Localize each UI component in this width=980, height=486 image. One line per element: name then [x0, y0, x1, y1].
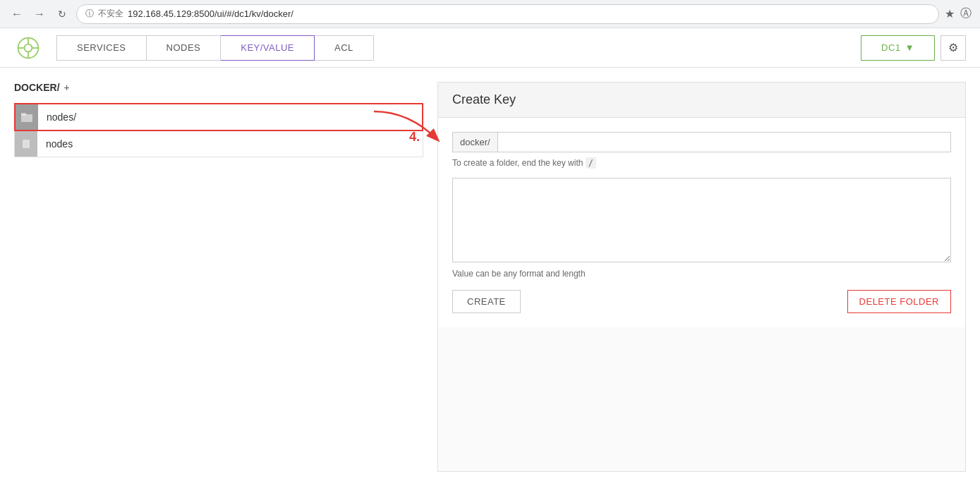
address-bar[interactable]: ⓘ 不安全 192.168.45.129:8500/ui/#/dc1/kv/do… — [76, 4, 939, 24]
main-content: DOCKER/ + nodes/ — [0, 68, 980, 486]
list-item-label: nodes — [37, 133, 81, 155]
action-row: CREATE DELETE FOLDER — [452, 290, 951, 313]
breadcrumb: DOCKER/ + — [14, 82, 423, 93]
app-logo — [14, 34, 42, 62]
list-item[interactable]: nodes — [14, 131, 423, 157]
lock-icon: ⓘ — [85, 8, 94, 20]
refresh-button[interactable]: ↻ — [54, 6, 71, 23]
value-textarea[interactable] — [452, 178, 951, 262]
right-panel: Create Key docker/ To create a folder, e… — [437, 82, 966, 472]
back-button[interactable]: ← — [8, 6, 25, 23]
security-label: 不安全 — [98, 8, 123, 20]
key-input-row: docker/ — [452, 132, 951, 152]
account-icon[interactable]: Ⓐ — [960, 6, 972, 21]
forward-button[interactable]: → — [31, 6, 48, 23]
url-text: 192.168.45.129:8500/ui/#/dc1/kv/docker/ — [128, 8, 930, 19]
settings-button[interactable]: ⚙ — [940, 35, 966, 61]
services-nav-button[interactable]: SERVICES — [56, 35, 147, 61]
bookmark-icon[interactable]: ★ — [945, 7, 955, 20]
keyvalue-nav-button[interactable]: KEY/VALUE — [221, 35, 315, 61]
file-icon — [15, 131, 37, 157]
add-key-button[interactable]: + — [64, 82, 70, 93]
create-key-title: Create Key — [438, 83, 965, 118]
list-item[interactable]: nodes/ — [14, 103, 423, 131]
delete-folder-button[interactable]: DELETE FOLDER — [847, 290, 951, 313]
key-prefix: docker/ — [453, 133, 498, 152]
dc-selector-button[interactable]: DC1 ▼ — [861, 35, 935, 61]
folder-icon — [16, 104, 38, 130]
svg-point-1 — [25, 44, 32, 51]
breadcrumb-path: DOCKER/ — [14, 82, 60, 93]
left-panel: DOCKER/ + nodes/ — [14, 82, 423, 472]
hint-code: / — [586, 157, 596, 169]
list-item-label: nodes/ — [38, 106, 85, 128]
create-button[interactable]: CREATE — [452, 290, 521, 313]
svg-rect-8 — [23, 140, 30, 148]
app-nav: SERVICES NODES KEY/VALUE ACL DC1 ▼ ⚙ — [0, 28, 980, 68]
nodes-nav-button[interactable]: NODES — [147, 35, 222, 61]
browser-chrome: ← → ↻ ⓘ 不安全 192.168.45.129:8500/ui/#/dc1… — [0, 0, 980, 28]
create-key-body: docker/ To create a folder, end the key … — [438, 118, 965, 327]
key-hint: To create a folder, end the key with / — [452, 158, 951, 168]
svg-rect-7 — [21, 113, 26, 116]
acl-nav-button[interactable]: ACL — [315, 35, 374, 61]
value-hint: Value can be any format and length — [452, 269, 951, 279]
key-input[interactable] — [498, 133, 950, 152]
